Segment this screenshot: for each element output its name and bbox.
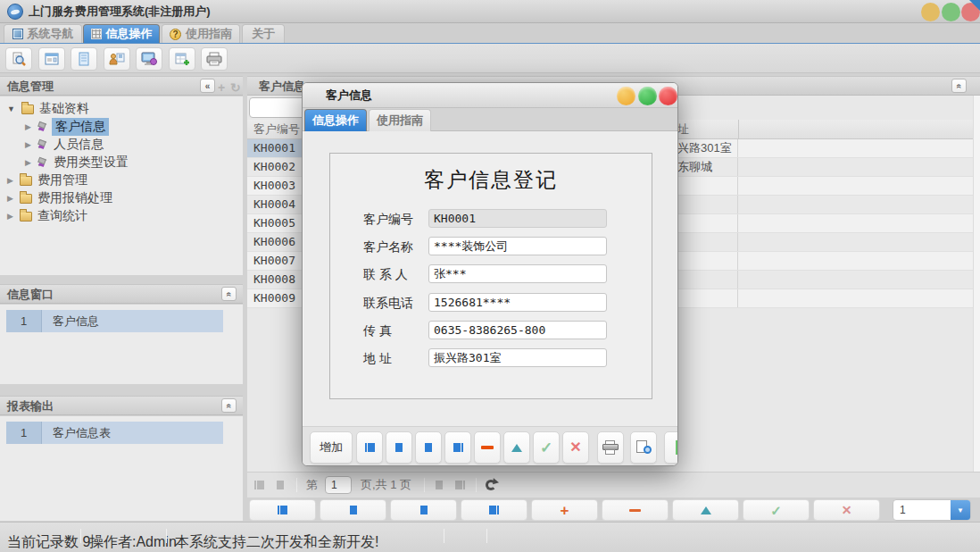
chevron-double-up-icon: « <box>950 83 968 88</box>
field-label-phone: 联系电话 <box>363 296 413 312</box>
add-icon[interactable]: + <box>218 79 225 97</box>
tree-item-basic-data[interactable]: ▼ 基础资料 <box>0 100 243 118</box>
tree-item-customer-info[interactable]: ▶ 客户信息 <box>0 118 243 136</box>
column-header-label: 客户编号 <box>253 122 300 136</box>
dialog-tab-info-operate[interactable]: 信息操作 <box>304 109 367 131</box>
tab-system-nav[interactable]: 系统导航 <box>4 24 82 43</box>
page-number-input[interactable] <box>325 476 352 494</box>
prev-page-button[interactable] <box>277 481 284 489</box>
combobox-value: 1 <box>893 504 951 516</box>
status-message: 本系统支持二次开发和全新开发! <box>175 533 378 552</box>
tree-collapse-icon[interactable]: ▶ <box>25 140 31 149</box>
collapse-up-button[interactable]: « <box>221 398 237 413</box>
delete-record-button[interactable] <box>602 499 669 521</box>
print-button[interactable] <box>597 431 624 464</box>
cancel-record-button[interactable]: ✕ <box>813 499 880 521</box>
customer-name-field[interactable] <box>428 237 607 255</box>
chevron-down-icon[interactable]: ▼ <box>951 500 970 520</box>
tool-icon <box>37 157 48 169</box>
field-label-code: 客户编号 <box>363 212 413 228</box>
tree-label: 基础资料 <box>39 101 89 117</box>
panel-title: 报表输出 <box>7 399 54 413</box>
next-page-button[interactable] <box>436 481 443 489</box>
grid-pager: 第 页,共 1 页 <box>247 472 980 498</box>
tree-item-personnel-info[interactable]: ▶ 人员信息 <box>0 136 243 154</box>
prev-record-button[interactable] <box>320 499 386 521</box>
tree-item-fee-manage[interactable]: ▶ 费用管理 <box>0 171 243 189</box>
dialog-close-button[interactable] <box>659 87 677 105</box>
tree-collapse-icon[interactable]: ▶ <box>25 122 31 131</box>
tab-info-operate[interactable]: 信息操作 <box>83 24 160 43</box>
tree-collapse-icon[interactable]: ▶ <box>7 194 13 203</box>
minus-icon <box>481 446 494 449</box>
status-separator <box>80 529 81 543</box>
titlebar: 上门服务费用管理系统(非注册用户) <box>0 0 980 23</box>
last-record-button[interactable] <box>461 499 527 521</box>
app-title: 上门服务费用管理系统(非注册用户) <box>29 0 211 23</box>
export-button[interactable] <box>664 431 678 464</box>
contact-phone-field[interactable] <box>428 293 607 312</box>
fax-field[interactable] <box>428 321 607 339</box>
cross-icon: ✕ <box>842 504 852 516</box>
monitor-button[interactable] <box>136 47 162 71</box>
tab-user-guide[interactable]: ? 使用指南 <box>162 24 240 43</box>
triangle-up-icon <box>511 444 522 452</box>
collapse-left-button[interactable]: « <box>200 79 215 93</box>
add-record-button[interactable]: + <box>531 499 598 521</box>
table-add-button[interactable] <box>169 47 195 71</box>
first-record-button[interactable] <box>249 499 316 521</box>
tree-item-query-stats[interactable]: ▶ 查询统计 <box>0 207 243 225</box>
collapse-up-button[interactable]: « <box>951 79 967 93</box>
tab-label: 系统导航 <box>28 26 74 42</box>
list-item[interactable]: 1 客户信息表 <box>6 422 223 444</box>
add-button[interactable]: 增加 <box>310 431 353 464</box>
first-page-button[interactable] <box>254 481 264 489</box>
address-field[interactable] <box>428 348 607 367</box>
table-add-icon <box>174 52 190 66</box>
dialog-tab-user-guide[interactable]: 使用指南 <box>369 109 431 131</box>
edit-record-button[interactable] <box>672 499 739 521</box>
tree-collapse-icon[interactable]: ▶ <box>7 212 13 221</box>
tree-collapse-icon[interactable]: ▶ <box>7 176 13 185</box>
prev-record-button[interactable] <box>386 431 412 464</box>
customer-code-field[interactable] <box>428 209 607 228</box>
personnel-button[interactable] <box>104 47 130 71</box>
tab-about[interactable]: 关于 <box>242 24 285 43</box>
last-page-button[interactable] <box>455 481 465 489</box>
minimize-button[interactable] <box>921 3 940 21</box>
print-button[interactable] <box>201 47 228 71</box>
field-label-contact: 联 系 人 <box>363 267 408 283</box>
refresh-icon[interactable]: ↻ <box>230 79 241 97</box>
last-record-button[interactable] <box>444 431 471 464</box>
delete-record-button[interactable] <box>474 431 501 464</box>
next-record-button[interactable] <box>415 431 442 464</box>
export-icon <box>676 440 678 455</box>
tree-item-fee-type[interactable]: ▶ 费用类型设置 <box>0 154 243 171</box>
cancel-record-button[interactable]: ✕ <box>562 431 589 464</box>
print-preview-button[interactable] <box>630 431 657 464</box>
doc-search-button[interactable] <box>5 47 32 71</box>
contact-person-field[interactable] <box>428 264 607 283</box>
refresh-icon[interactable] <box>486 480 496 490</box>
scrollbar-gutter[interactable] <box>973 96 980 472</box>
collapse-up-button[interactable]: « <box>221 287 237 301</box>
dialog-maximize-button[interactable] <box>638 87 657 105</box>
save-record-button[interactable]: ✓ <box>743 499 810 521</box>
first-record-button[interactable] <box>356 431 383 464</box>
tree-collapse-icon[interactable]: ▶ <box>25 158 31 167</box>
form-list-icon <box>44 52 60 66</box>
list-item[interactable]: 1 客户信息 <box>6 310 223 332</box>
document-button[interactable] <box>71 47 97 71</box>
tree-expand-icon[interactable]: ▼ <box>7 105 15 113</box>
tree-label: 人员信息 <box>54 137 104 153</box>
save-record-button[interactable]: ✓ <box>533 431 560 464</box>
panel-title: 客户信息 <box>254 79 305 93</box>
tree-item-fee-reimburse[interactable]: ▶ 费用报销处理 <box>0 189 243 207</box>
dialog-titlebar[interactable]: 客户信息 <box>303 83 677 108</box>
next-record-button[interactable] <box>390 499 457 521</box>
maximize-button[interactable] <box>942 3 960 21</box>
dialog-minimize-button[interactable] <box>617 87 635 105</box>
edit-record-button[interactable] <box>503 431 530 464</box>
form-list-button[interactable] <box>38 47 65 71</box>
page-size-combobox[interactable]: 1 ▼ <box>893 499 971 521</box>
